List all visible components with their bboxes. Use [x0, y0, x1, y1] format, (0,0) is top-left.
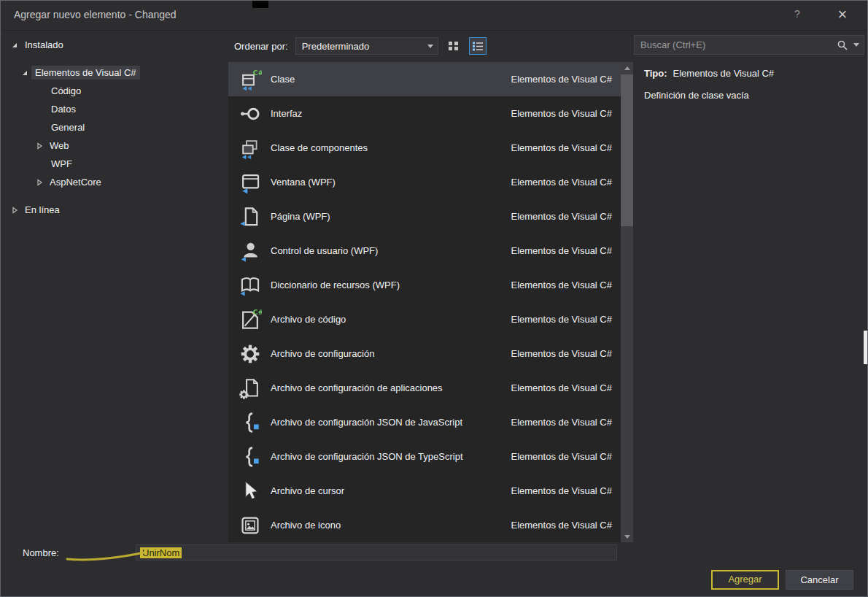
item-label: Ventana (WPF) — [271, 177, 336, 188]
item-label: Clase de componentes — [271, 142, 368, 153]
expanded-icon[interactable] — [21, 69, 31, 77]
resource-dictionary-icon — [239, 274, 262, 297]
item-category: Elementos de Visual C# — [509, 382, 612, 393]
item-description: Definición de clase vacía — [644, 90, 749, 101]
name-input[interactable]: UnirNom — [136, 544, 617, 561]
item-category: Elementos de Visual C# — [509, 177, 612, 188]
collapsed-icon[interactable] — [36, 142, 46, 150]
item-category: Elementos de Visual C# — [509, 520, 612, 531]
scrollbar-thumb[interactable] — [621, 74, 633, 226]
search-input[interactable]: Buscar (Ctrl+E) — [634, 35, 864, 55]
list-item-archivo-de-codigo[interactable]: C# Archivo de código Elementos de Visual… — [228, 302, 621, 336]
list-item-pagina-wpf[interactable]: Página (WPF) Elementos de Visual C# — [228, 199, 621, 234]
tree-item-label: Datos — [47, 102, 80, 116]
item-category: Elementos de Visual C# — [509, 451, 612, 462]
json-file-icon — [239, 411, 262, 434]
type-label: Tipo: — [644, 68, 667, 79]
screen-artifact — [252, 1, 268, 8]
tree-item-codigo[interactable]: Código — [1, 82, 228, 100]
tree-item-datos[interactable]: Datos — [1, 100, 228, 118]
item-category: Elementos de Visual C# — [509, 348, 612, 359]
item-label: Archivo de configuración — [271, 348, 374, 359]
list-item-diccionario-de-recursos-wpf[interactable]: Diccionario de recursos (WPF) Elementos … — [228, 268, 621, 302]
tree-item-label: General — [47, 120, 88, 134]
list-view-button[interactable] — [469, 37, 487, 55]
sort-selected-value: Predeterminado — [296, 41, 423, 52]
cursor-icon — [239, 479, 262, 503]
tree-item-aspnetcore[interactable]: AspNetCore — [1, 173, 228, 191]
list-item-archivo-de-cursor[interactable]: Archivo de cursor Elementos de Visual C# — [228, 474, 621, 508]
item-category: Elementos de Visual C# — [509, 245, 612, 256]
list-view-icon — [472, 40, 484, 52]
item-label: Archivo de código — [271, 314, 346, 325]
list-item-archivo-de-configuracion-de-aplicaciones[interactable]: Archivo de configuración de aplicaciones… — [228, 371, 621, 405]
item-label: Página (WPF) — [271, 211, 330, 222]
title-bar[interactable]: Agregar nuevo elemento - Changed ? × — [1, 1, 867, 31]
list-item-archivo-de-configuracion[interactable]: Archivo de configuración Elementos de Vi… — [228, 336, 621, 371]
page-icon — [239, 205, 262, 228]
tree-item-elementos-visual-csharp[interactable]: Elementos de Visual C# — [1, 63, 228, 82]
list-item-interfaz[interactable]: Interfaz Elementos de Visual C# — [228, 96, 621, 131]
chevron-down-icon — [423, 45, 438, 48]
item-label: Archivo de cursor — [271, 485, 344, 496]
agregar-button[interactable]: Agregar — [711, 570, 779, 590]
item-category: Elementos de Visual C# — [509, 485, 612, 496]
tree-item-en-linea[interactable]: En línea — [1, 201, 228, 219]
item-type-line: Tipo:Elementos de Visual C# — [644, 68, 774, 79]
item-label: Archivo de configuración de aplicaciones — [271, 382, 443, 393]
search-placeholder: Buscar (Ctrl+E) — [635, 39, 834, 50]
medium-icons-view-button[interactable] — [445, 37, 462, 55]
name-value: UnirNom — [140, 547, 182, 558]
expanded-icon[interactable] — [11, 41, 21, 50]
item-label: Control de usuario (WPF) — [271, 245, 378, 256]
tree-item-general[interactable]: General — [1, 118, 228, 136]
name-label: Nombre: — [23, 547, 59, 558]
list-item-ventana-wpf[interactable]: Ventana (WPF) Elementos de Visual C# — [228, 165, 621, 199]
svg-text:C#: C# — [253, 69, 262, 77]
sort-by-label: Ordenar por: — [234, 41, 288, 52]
tree-item-instalado[interactable]: Instalado — [1, 36, 228, 54]
search-icon[interactable] — [834, 39, 850, 51]
collapsed-icon[interactable] — [11, 206, 21, 215]
collapsed-icon[interactable] — [36, 178, 46, 187]
cancelar-button[interactable]: Cancelar — [786, 570, 853, 590]
gear-icon — [239, 342, 262, 366]
list-scrollbar[interactable] — [621, 62, 633, 542]
list-item-archivo-de-icono[interactable]: Archivo de icono Elementos de Visual C# — [228, 508, 621, 542]
list-item-archivo-config-json-javascript[interactable]: Archivo de configuración JSON de JavaScr… — [228, 405, 621, 439]
close-icon[interactable]: × — [829, 3, 856, 28]
item-category: Elementos de Visual C# — [509, 280, 612, 290]
list-item-clase-de-componentes[interactable]: Clase de componentes Elementos de Visual… — [228, 131, 621, 165]
class-icon: C# — [239, 68, 262, 91]
item-category: Elementos de Visual C# — [509, 108, 612, 119]
footer: Nombre: UnirNom Agregar Cancelar — [1, 539, 867, 596]
item-label: Diccionario de recursos (WPF) — [271, 280, 400, 290]
help-icon[interactable]: ? — [790, 8, 805, 20]
search-dropdown-icon[interactable] — [850, 43, 862, 47]
details-panel: Buscar (Ctrl+E) Tipo:Elementos de Visual… — [634, 30, 868, 541]
json-file-icon — [239, 445, 262, 469]
item-label: Interfaz — [271, 108, 302, 119]
tree-item-label: Web — [46, 139, 73, 153]
list-item-archivo-config-json-typescript[interactable]: Archivo de configuración JSON de TypeScr… — [228, 439, 621, 474]
interface-icon — [239, 102, 262, 126]
dialog-buttons: Agregar Cancelar — [711, 570, 853, 590]
tree-item-web[interactable]: Web — [1, 136, 228, 155]
category-tree: Instalado Elementos de Visual C# Código … — [1, 30, 228, 541]
item-label: Archivo de icono — [271, 520, 341, 531]
app-config-icon — [239, 377, 262, 400]
code-file-icon: C# — [239, 308, 262, 331]
tree-item-label: AspNetCore — [46, 175, 105, 189]
add-new-item-dialog: Agregar nuevo elemento - Changed ? × Ins… — [0, 0, 868, 597]
tree-item-label: En línea — [21, 203, 63, 217]
component-class-icon — [239, 136, 262, 160]
tree-item-wpf[interactable]: WPF — [1, 155, 228, 173]
list-item-clase[interactable]: C# Clase Elementos de Visual C# — [228, 62, 621, 96]
tiles-view-icon — [448, 40, 460, 52]
tree-item-label: Instalado — [21, 38, 67, 52]
scroll-up-icon[interactable] — [621, 62, 633, 74]
list-item-control-de-usuario-wpf[interactable]: Control de usuario (WPF) Elementos de Vi… — [228, 234, 621, 268]
sort-combobox[interactable]: Predeterminado — [295, 37, 438, 55]
window-icon — [239, 171, 262, 194]
item-category: Elementos de Visual C# — [509, 417, 612, 428]
